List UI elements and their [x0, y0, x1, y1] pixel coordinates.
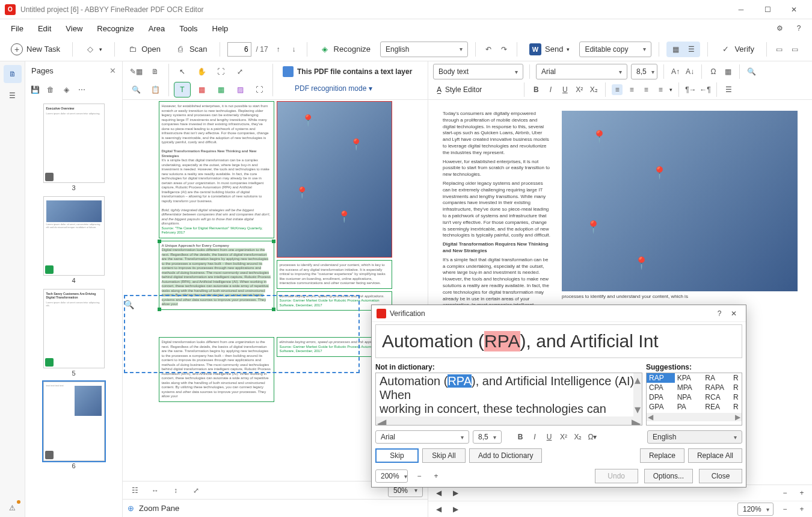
suggestion-item[interactable]: NPA: [675, 392, 703, 402]
verif-zoom-out-icon[interactable]: −: [414, 471, 425, 481]
scan-button[interactable]: ⎙ Scan: [170, 42, 212, 57]
suggestions-list[interactable]: RAP KPA RA R CPA MPA RAPA R DPA NPA RCA …: [646, 373, 742, 426]
options-button[interactable]: Options...: [644, 469, 693, 483]
suggestion-item[interactable]: RAP: [647, 373, 675, 383]
warnings-icon[interactable]: ⚠: [4, 499, 22, 517]
italic-icon[interactable]: I: [545, 84, 556, 95]
text-area-2[interactable]: A Unique Approach for Every Company Digi…: [159, 241, 274, 310]
pages-panel-close[interactable]: ✕: [109, 66, 116, 75]
pdf-mode-link[interactable]: PDF recognition mode ▾: [295, 84, 372, 93]
copy-area-icon[interactable]: 🗎: [147, 64, 164, 79]
undo-button[interactable]: Undo: [595, 469, 638, 483]
thumbnail-4[interactable]: Lorem ipsum dolor sit amet, consectetur …: [43, 196, 105, 276]
verif-omega-icon[interactable]: Ω▾: [587, 432, 598, 442]
save-icon[interactable]: 💾: [30, 85, 40, 94]
skip-button[interactable]: Skip: [375, 448, 419, 463]
search-icon[interactable]: 🔍: [746, 66, 757, 77]
verification-text[interactable]: Automation (RPA), and Artificial Intelli…: [375, 373, 642, 426]
thumbnail-6[interactable]: text text text text: [43, 382, 105, 461]
close-button[interactable]: ✕: [781, 0, 807, 19]
align-justify-icon[interactable]: ≡: [655, 84, 666, 95]
fit-icon[interactable]: ⤢: [189, 483, 203, 498]
dialog-help-icon[interactable]: ?: [712, 306, 727, 321]
vresize-icon[interactable]: ↕: [168, 483, 183, 498]
page-number-input[interactable]: [227, 42, 251, 57]
verif-underline-icon[interactable]: U: [544, 432, 555, 442]
picture-area-1[interactable]: 📍 📍 📍 📍: [277, 101, 392, 258]
verif-size-select[interactable]: 8,5▾: [473, 430, 502, 444]
settings-icon[interactable]: ⚙: [771, 20, 788, 37]
suggestion-item[interactable]: R: [731, 373, 742, 383]
zoom-pane-bar[interactable]: ⊕ Zoom Pane: [123, 499, 428, 517]
size-select[interactable]: 8,5▾: [631, 64, 657, 79]
menu-edit[interactable]: Edit: [32, 22, 57, 36]
pic-icon[interactable]: ▦: [722, 66, 733, 77]
maximize-button[interactable]: ☐: [754, 0, 781, 19]
page-down-icon[interactable]: ↓: [289, 44, 300, 55]
align-center-icon[interactable]: ≡: [626, 84, 637, 95]
verif-sub-icon[interactable]: X₂: [573, 432, 583, 442]
ltr-icon[interactable]: ¶→: [685, 84, 696, 95]
prev-err-icon[interactable]: ◀: [433, 488, 444, 498]
text-area-dup[interactable]: Digital transformation looks different f…: [159, 337, 274, 402]
suggestion-item[interactable]: DPA: [647, 392, 675, 402]
suggestion-item[interactable]: GPA: [647, 402, 675, 412]
align-left-icon[interactable]: ≡: [612, 84, 623, 95]
language-select[interactable]: English▾: [380, 42, 468, 57]
recognize-page-icon[interactable]: ◈: [61, 85, 71, 94]
suggestion-item[interactable]: R: [731, 392, 742, 402]
text-area-1[interactable]: However, for established enterprises, it…: [159, 101, 274, 238]
suggestion-item[interactable]: REA: [703, 402, 731, 412]
style-editor-button[interactable]: A̲ Style Editor: [433, 85, 485, 94]
dialog-close-button[interactable]: Close: [699, 469, 742, 483]
undo-icon[interactable]: ↶: [483, 44, 494, 55]
delete-icon[interactable]: 🗑: [46, 85, 55, 94]
decrease-font-icon[interactable]: A↓: [684, 66, 695, 77]
verif-italic-icon[interactable]: I: [529, 432, 540, 442]
minus-icon[interactable]: −: [780, 488, 790, 498]
table-area-icon[interactable]: ▦: [212, 82, 229, 98]
layout-toggle[interactable]: ▦ ☰: [666, 42, 700, 57]
pointer-icon[interactable]: ↖: [174, 64, 191, 79]
replace-all-button[interactable]: Replace All: [688, 448, 742, 463]
style-select[interactable]: Body text▾: [433, 64, 523, 79]
suggestion-item[interactable]: RAPA: [703, 383, 731, 392]
suggestion-item[interactable]: MPA: [675, 383, 703, 392]
page-up-icon[interactable]: ↑: [273, 44, 284, 55]
mark2-icon[interactable]: ▭: [790, 44, 801, 55]
verif-font-select[interactable]: Arial▾: [375, 430, 469, 444]
rtl-icon[interactable]: ←¶: [700, 84, 710, 95]
more-icon[interactable]: ⋯: [77, 85, 87, 94]
replace-button[interactable]: Replace: [640, 448, 684, 463]
align-right-icon[interactable]: ≡: [641, 84, 651, 95]
nav-next-icon[interactable]: ▶: [450, 504, 461, 515]
menu-recognize[interactable]: Recognize: [91, 22, 140, 36]
nav-prev-icon[interactable]: ◀: [433, 504, 444, 515]
paste-icon[interactable]: 📋: [147, 82, 164, 98]
picture-area-icon[interactable]: ▦: [193, 82, 210, 98]
new-task-button[interactable]: + New Task: [6, 41, 65, 58]
send-button[interactable]: W Send ▾: [524, 41, 574, 58]
bold-icon[interactable]: B: [531, 84, 541, 95]
text-zoom-select[interactable]: 120%▾: [737, 503, 774, 516]
fullscreen-icon[interactable]: ⛶: [251, 82, 268, 98]
suggestion-item[interactable]: R: [731, 383, 742, 392]
zoom-plus-icon[interactable]: +: [796, 504, 807, 515]
text-area-icon[interactable]: T: [174, 82, 191, 98]
add-to-dictionary-button[interactable]: Add to Dictionary: [469, 448, 542, 463]
verif-sup-icon[interactable]: X²: [558, 432, 569, 442]
help-icon[interactable]: ?: [790, 20, 807, 37]
tree-icon[interactable]: ☷: [128, 483, 142, 498]
verif-zoom-select[interactable]: 200%▾: [375, 469, 408, 483]
verif-bold-icon[interactable]: B: [515, 432, 526, 442]
menu-area[interactable]: Area: [143, 22, 171, 36]
expand-icon[interactable]: ⤢: [232, 64, 248, 79]
next-err-icon[interactable]: ▶: [450, 488, 461, 498]
subscript-icon[interactable]: X₂: [588, 84, 599, 95]
bookmarks-tab[interactable]: ☰: [4, 87, 22, 105]
mark-icon[interactable]: ▭: [774, 44, 785, 55]
hresize-icon[interactable]: ↔: [148, 483, 162, 498]
menu-tools[interactable]: Tools: [173, 22, 203, 36]
verif-zoom-in-icon[interactable]: +: [431, 471, 441, 481]
dialog-titlebar[interactable]: Verification ? ✕: [372, 305, 746, 322]
